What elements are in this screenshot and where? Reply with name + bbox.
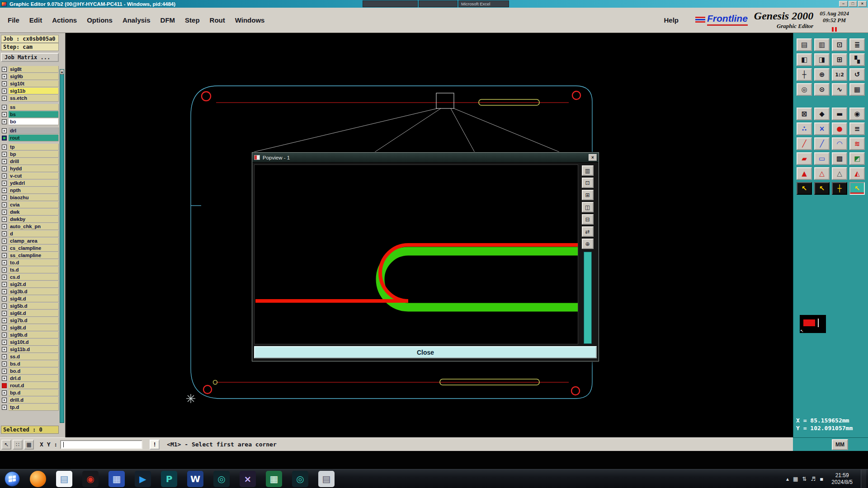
layer-row-sig3b.d[interactable]: sig3b.d — [1, 288, 59, 295]
layer-checkbox[interactable] — [2, 333, 7, 338]
layer-checkbox[interactable] — [2, 136, 7, 141]
overview-thumbnail[interactable]: ↖ — [800, 315, 826, 333]
menu-actions[interactable]: Actions — [47, 14, 82, 26]
layer-checkbox[interactable] — [2, 195, 7, 200]
layer-scrollbar[interactable]: ▲ — [60, 69, 64, 423]
layer-checkbox[interactable] — [2, 311, 7, 316]
layer-checkbox[interactable] — [2, 145, 7, 150]
screen-config-icon[interactable]: ▤ — [797, 38, 812, 51]
layer-checkbox[interactable] — [2, 398, 7, 403]
layer-checkbox[interactable] — [2, 152, 7, 157]
layer-checkbox[interactable] — [2, 304, 7, 309]
layer-row-biaozhu[interactable]: biaozhu — [1, 194, 59, 201]
layer-checkbox[interactable] — [2, 340, 7, 345]
layer-checkbox[interactable] — [2, 347, 7, 352]
menu-dfm[interactable]: DFM — [156, 14, 180, 26]
layer-row-sig2t.d[interactable]: sig2t.d — [1, 281, 59, 288]
layer-checkbox[interactable] — [2, 267, 7, 272]
layer-row-sig11b[interactable]: sig11b — [1, 87, 59, 94]
layer-row-bo[interactable]: bo — [1, 118, 59, 125]
snap-mode-icon[interactable]: ∷ — [13, 440, 23, 450]
layer-row-cvia[interactable]: cvia — [1, 201, 59, 208]
tray-display-icon[interactable]: ▦ — [793, 476, 798, 482]
tile-windows-icon[interactable]: ≣ — [849, 38, 865, 51]
highlight-pad-icon[interactable]: ● — [832, 122, 847, 135]
browser-red-icon[interactable]: ◉ — [82, 471, 99, 487]
xy-input[interactable] — [61, 442, 142, 449]
layer-checkbox[interactable] — [2, 74, 7, 79]
cursor-select-icon[interactable]: ↖ — [797, 182, 812, 195]
layer-checkbox[interactable] — [2, 89, 7, 94]
prompt-button[interactable]: ! — [150, 440, 160, 450]
layer-row-sig10t.d[interactable]: sig10t.d — [1, 338, 59, 346]
feature-list-icon[interactable]: ≡ — [849, 122, 865, 135]
gap-check-icon[interactable]: ▭ — [814, 152, 830, 165]
layer-checkbox[interactable] — [2, 275, 7, 280]
layer-checkbox[interactable] — [2, 181, 7, 186]
layer-checkbox[interactable] — [2, 128, 7, 133]
layer-checkbox[interactable] — [2, 105, 7, 110]
ruler-icon[interactable]: ▬ — [832, 108, 847, 120]
shape-fill-icon[interactable]: ◩ — [849, 152, 865, 165]
menu-windows[interactable]: Windows — [230, 14, 270, 26]
layer-checkbox[interactable] — [2, 231, 7, 236]
layer-row-cs_clampline[interactable]: cs_clampline — [1, 244, 59, 252]
debug-arrow-icon[interactable]: ▶ — [135, 471, 151, 487]
layer-checkbox[interactable] — [2, 383, 7, 388]
start-button[interactable] — [5, 471, 20, 487]
units-button[interactable]: MM — [832, 439, 848, 450]
layer-row-ss.d[interactable]: ss.d — [1, 353, 59, 360]
close-button[interactable]: × — [858, 1, 867, 7]
layer-checkbox[interactable] — [2, 405, 7, 410]
negative-view-icon[interactable]: ◆ — [814, 108, 830, 120]
word-icon[interactable]: W — [187, 471, 203, 487]
origin-icon[interactable]: ⊠ — [797, 108, 812, 120]
x-app-icon[interactable]: × — [240, 471, 256, 487]
layer-row-sig4t.d[interactable]: sig4t.d — [1, 295, 59, 302]
tray-volume-icon[interactable]: ♬ — [811, 476, 816, 482]
layer-row-ss_clampline[interactable]: ss_clampline — [1, 252, 59, 259]
layer-row-sig7b.d[interactable]: sig7b.d — [1, 317, 59, 324]
menu-rout[interactable]: Rout — [205, 14, 230, 26]
layer-row-d[interactable]: d — [1, 230, 59, 237]
pan-left-icon[interactable]: ◧ — [797, 53, 812, 66]
layer-checkbox[interactable] — [2, 390, 7, 395]
layer-row-tp[interactable]: tp — [1, 143, 59, 150]
layer-row-sig8t[interactable]: sig8t — [1, 66, 59, 73]
notepad-icon[interactable]: ▤ — [56, 471, 72, 487]
layer-checkbox[interactable] — [2, 318, 7, 323]
pan-right-icon[interactable]: ◨ — [814, 53, 830, 66]
layer-checkbox[interactable] — [2, 369, 7, 374]
excel-icon[interactable]: ▦ — [266, 471, 282, 487]
popview-scrollbar[interactable] — [584, 252, 592, 344]
dfm-analysis-c-icon[interactable]: △ — [832, 167, 847, 180]
layer-row-drill.d[interactable]: drill.d — [1, 396, 59, 404]
center-view-icon[interactable]: ⊕ — [814, 68, 830, 81]
p-app-icon[interactable]: P — [161, 471, 177, 487]
cursor-active-icon[interactable]: ↖ — [849, 182, 865, 195]
layer-row-rout.d[interactable]: rout.d — [1, 382, 59, 389]
net-highlight-icon[interactable]: ≋ — [849, 137, 865, 150]
layer-row-bo.d[interactable]: bo.d — [1, 367, 59, 375]
layer-row-sig10t[interactable]: sig10t — [1, 80, 59, 87]
datum-point-icon[interactable]: ⊙ — [814, 83, 830, 96]
layer-row-sig11b.d[interactable]: sig11b.d — [1, 346, 59, 353]
popview-sync-icon[interactable]: ⊕ — [582, 239, 594, 249]
zoom-window-icon[interactable]: ⊞ — [832, 53, 847, 66]
layer-checkbox[interactable] — [2, 119, 7, 124]
popview-swap-icon[interactable]: ⇄ — [582, 226, 594, 237]
menu-help[interactable]: Help — [659, 14, 684, 26]
layer-checkbox[interactable] — [2, 253, 7, 258]
layer-row-cs.d[interactable]: cs.d — [1, 273, 59, 281]
layer-row-hydd[interactable]: hydd — [1, 165, 59, 172]
select-points-icon[interactable]: ∴ — [797, 122, 812, 135]
popview-screen-icon[interactable]: ▥ — [582, 165, 594, 176]
pointer-mode-icon[interactable]: ↖ — [1, 440, 11, 450]
dfm-analysis-a-icon[interactable]: ▲ — [797, 167, 812, 180]
layer-checkbox[interactable] — [2, 96, 7, 101]
popview-close-button[interactable]: Close — [254, 346, 597, 358]
layer-checkbox[interactable] — [2, 246, 7, 251]
pad-swap-icon[interactable]: ▰ — [797, 152, 812, 165]
layer-row-sig9b[interactable]: sig9b — [1, 73, 59, 80]
layer-checkbox[interactable] — [2, 361, 7, 366]
